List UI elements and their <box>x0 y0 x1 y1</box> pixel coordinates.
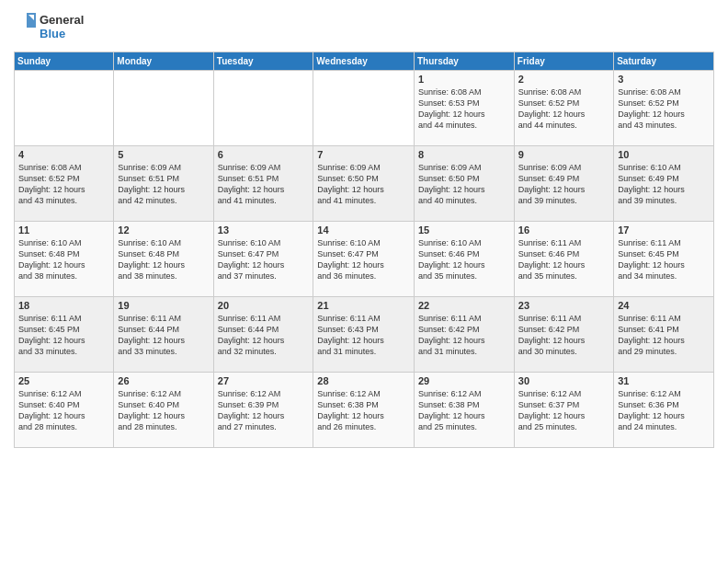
day-info: Sunrise: 6:09 AM Sunset: 6:50 PM Dayligh… <box>418 162 510 207</box>
calendar-cell: 20Sunrise: 6:11 AM Sunset: 6:44 PM Dayli… <box>213 297 313 373</box>
weekday-header: Monday <box>114 52 213 71</box>
weekday-header: Thursday <box>414 52 514 71</box>
calendar-cell: 30Sunrise: 6:12 AM Sunset: 6:37 PM Dayli… <box>514 373 613 448</box>
day-info: Sunrise: 6:11 AM Sunset: 6:42 PM Dayligh… <box>418 313 510 358</box>
calendar-table: SundayMondayTuesdayWednesdayThursdayFrid… <box>14 52 714 448</box>
weekday-header: Friday <box>514 52 613 71</box>
calendar-week-row: 4Sunrise: 6:08 AM Sunset: 6:52 PM Daylig… <box>15 146 714 222</box>
day-number: 8 <box>418 149 510 160</box>
day-number: 28 <box>317 375 410 386</box>
day-info: Sunrise: 6:12 AM Sunset: 6:38 PM Dayligh… <box>418 388 510 433</box>
day-number: 14 <box>317 224 410 236</box>
logo-svg: General Blue <box>14 9 97 44</box>
calendar-header-row: SundayMondayTuesdayWednesdayThursdayFrid… <box>15 52 714 71</box>
day-info: Sunrise: 6:08 AM Sunset: 6:52 PM Dayligh… <box>618 86 710 132</box>
svg-text:Blue: Blue <box>40 27 65 40</box>
calendar-cell: 1Sunrise: 6:08 AM Sunset: 6:53 PM Daylig… <box>414 71 514 146</box>
day-number: 27 <box>218 375 310 386</box>
day-number: 16 <box>518 224 609 236</box>
calendar-cell: 25Sunrise: 6:12 AM Sunset: 6:40 PM Dayli… <box>15 373 114 448</box>
calendar-cell: 14Sunrise: 6:10 AM Sunset: 6:47 PM Dayli… <box>313 222 415 297</box>
day-number: 21 <box>317 300 410 311</box>
day-number: 22 <box>418 300 510 311</box>
day-info: Sunrise: 6:08 AM Sunset: 6:52 PM Dayligh… <box>18 162 109 207</box>
calendar-cell: 7Sunrise: 6:09 AM Sunset: 6:50 PM Daylig… <box>313 146 415 222</box>
day-info: Sunrise: 6:11 AM Sunset: 6:43 PM Dayligh… <box>317 313 410 358</box>
day-number: 1 <box>418 74 510 85</box>
day-info: Sunrise: 6:10 AM Sunset: 6:47 PM Dayligh… <box>317 237 410 282</box>
day-number: 10 <box>618 149 710 160</box>
calendar-cell <box>313 71 415 146</box>
calendar-cell: 11Sunrise: 6:10 AM Sunset: 6:48 PM Dayli… <box>15 222 114 297</box>
day-info: Sunrise: 6:12 AM Sunset: 6:40 PM Dayligh… <box>18 388 109 433</box>
calendar-cell: 27Sunrise: 6:12 AM Sunset: 6:39 PM Dayli… <box>213 373 313 448</box>
day-number: 31 <box>618 375 710 386</box>
day-info: Sunrise: 6:12 AM Sunset: 6:39 PM Dayligh… <box>218 388 310 433</box>
calendar-cell: 16Sunrise: 6:11 AM Sunset: 6:46 PM Dayli… <box>514 222 613 297</box>
day-info: Sunrise: 6:09 AM Sunset: 6:51 PM Dayligh… <box>118 162 209 207</box>
day-info: Sunrise: 6:10 AM Sunset: 6:48 PM Dayligh… <box>18 237 109 282</box>
day-number: 18 <box>18 300 109 311</box>
calendar-cell: 13Sunrise: 6:10 AM Sunset: 6:47 PM Dayli… <box>213 222 313 297</box>
day-info: Sunrise: 6:12 AM Sunset: 6:37 PM Dayligh… <box>518 388 609 433</box>
weekday-header: Saturday <box>614 52 714 71</box>
day-info: Sunrise: 6:10 AM Sunset: 6:46 PM Dayligh… <box>418 237 510 282</box>
day-number: 3 <box>618 74 710 85</box>
weekday-header: Wednesday <box>313 52 415 71</box>
calendar-cell: 5Sunrise: 6:09 AM Sunset: 6:51 PM Daylig… <box>114 146 213 222</box>
day-number: 2 <box>518 74 609 85</box>
day-number: 4 <box>18 149 109 160</box>
calendar-cell <box>213 71 313 146</box>
day-info: Sunrise: 6:10 AM Sunset: 6:48 PM Dayligh… <box>118 237 209 282</box>
day-info: Sunrise: 6:11 AM Sunset: 6:44 PM Dayligh… <box>118 313 209 358</box>
weekday-header: Tuesday <box>213 52 313 71</box>
calendar-cell: 12Sunrise: 6:10 AM Sunset: 6:48 PM Dayli… <box>114 222 213 297</box>
day-info: Sunrise: 6:11 AM Sunset: 6:41 PM Dayligh… <box>618 313 710 358</box>
weekday-header: Sunday <box>15 52 114 71</box>
calendar-cell: 31Sunrise: 6:12 AM Sunset: 6:36 PM Dayli… <box>614 373 714 448</box>
day-number: 12 <box>118 224 209 236</box>
day-info: Sunrise: 6:09 AM Sunset: 6:49 PM Dayligh… <box>518 162 609 207</box>
day-number: 11 <box>18 224 109 236</box>
day-info: Sunrise: 6:09 AM Sunset: 6:50 PM Dayligh… <box>317 162 410 207</box>
calendar-cell <box>15 71 114 146</box>
calendar-cell: 9Sunrise: 6:09 AM Sunset: 6:49 PM Daylig… <box>514 146 613 222</box>
day-info: Sunrise: 6:12 AM Sunset: 6:40 PM Dayligh… <box>118 388 209 433</box>
day-info: Sunrise: 6:12 AM Sunset: 6:36 PM Dayligh… <box>618 388 710 433</box>
day-info: Sunrise: 6:08 AM Sunset: 6:52 PM Dayligh… <box>518 86 609 132</box>
day-info: Sunrise: 6:09 AM Sunset: 6:51 PM Dayligh… <box>218 162 310 207</box>
day-info: Sunrise: 6:11 AM Sunset: 6:46 PM Dayligh… <box>518 237 609 282</box>
day-number: 20 <box>218 300 310 311</box>
day-info: Sunrise: 6:08 AM Sunset: 6:53 PM Dayligh… <box>418 86 510 132</box>
logo: General Blue <box>14 9 97 44</box>
calendar-cell: 10Sunrise: 6:10 AM Sunset: 6:49 PM Dayli… <box>614 146 714 222</box>
calendar-cell: 22Sunrise: 6:11 AM Sunset: 6:42 PM Dayli… <box>414 297 514 373</box>
calendar-cell: 19Sunrise: 6:11 AM Sunset: 6:44 PM Dayli… <box>114 297 213 373</box>
day-number: 25 <box>18 375 109 386</box>
svg-text:General: General <box>40 13 84 27</box>
calendar-cell: 24Sunrise: 6:11 AM Sunset: 6:41 PM Dayli… <box>614 297 714 373</box>
day-info: Sunrise: 6:10 AM Sunset: 6:47 PM Dayligh… <box>218 237 310 282</box>
calendar-cell: 17Sunrise: 6:11 AM Sunset: 6:45 PM Dayli… <box>614 222 714 297</box>
day-info: Sunrise: 6:11 AM Sunset: 6:45 PM Dayligh… <box>18 313 109 358</box>
header: General Blue <box>14 9 714 44</box>
calendar-cell: 26Sunrise: 6:12 AM Sunset: 6:40 PM Dayli… <box>114 373 213 448</box>
calendar-cell: 8Sunrise: 6:09 AM Sunset: 6:50 PM Daylig… <box>414 146 514 222</box>
calendar-cell <box>114 71 213 146</box>
day-number: 15 <box>418 224 510 236</box>
calendar-week-row: 25Sunrise: 6:12 AM Sunset: 6:40 PM Dayli… <box>15 373 714 448</box>
calendar-cell: 18Sunrise: 6:11 AM Sunset: 6:45 PM Dayli… <box>15 297 114 373</box>
calendar-cell: 15Sunrise: 6:10 AM Sunset: 6:46 PM Dayli… <box>414 222 514 297</box>
day-number: 24 <box>618 300 710 311</box>
calendar-cell: 21Sunrise: 6:11 AM Sunset: 6:43 PM Dayli… <box>313 297 415 373</box>
calendar-cell: 2Sunrise: 6:08 AM Sunset: 6:52 PM Daylig… <box>514 71 613 146</box>
day-number: 7 <box>317 149 410 160</box>
day-number: 29 <box>418 375 510 386</box>
day-info: Sunrise: 6:11 AM Sunset: 6:45 PM Dayligh… <box>618 237 710 282</box>
calendar-cell: 23Sunrise: 6:11 AM Sunset: 6:42 PM Dayli… <box>514 297 613 373</box>
calendar-cell: 28Sunrise: 6:12 AM Sunset: 6:38 PM Dayli… <box>313 373 415 448</box>
day-number: 13 <box>218 224 310 236</box>
day-number: 26 <box>118 375 209 386</box>
day-number: 23 <box>518 300 609 311</box>
day-info: Sunrise: 6:12 AM Sunset: 6:38 PM Dayligh… <box>317 388 410 433</box>
